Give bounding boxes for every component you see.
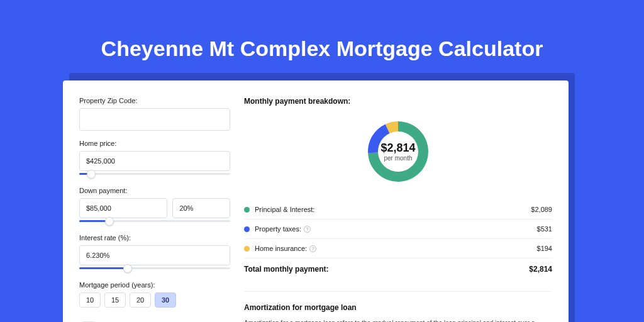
interest-rate-input[interactable] [79, 245, 230, 265]
down-payment-input[interactable] [79, 198, 167, 218]
slider-thumb[interactable] [123, 264, 132, 273]
legend-label: Principal & Interest: [255, 206, 531, 213]
legend-row-pi: Principal & Interest:$2,089 [244, 200, 552, 219]
calculator-card: Property Zip Code: Home price: Down paym… [63, 80, 569, 322]
donut-sublabel: per month [384, 155, 412, 162]
total-value: $2,814 [529, 265, 552, 274]
donut-center: $2,814 per month [360, 113, 436, 190]
zip-input[interactable] [79, 108, 230, 131]
slider-thumb[interactable] [105, 217, 114, 226]
info-icon[interactable]: ? [304, 226, 311, 233]
slider-thumb[interactable] [87, 170, 96, 179]
legend-value: $2,089 [531, 206, 552, 213]
period-option-20[interactable]: 20 [130, 292, 151, 308]
payment-legend: Principal & Interest:$2,089Property taxe… [244, 200, 552, 258]
down-payment-slider[interactable] [79, 218, 230, 225]
legend-dot [244, 207, 250, 213]
period-option-30[interactable]: 30 [155, 292, 176, 308]
legend-row-tax: Property taxes:?$531 [244, 219, 552, 239]
amortization-heading: Amortization for mortgage loan [244, 303, 552, 312]
legend-dot [244, 226, 250, 232]
period-option-15[interactable]: 15 [104, 292, 126, 308]
home-price-label: Home price: [79, 140, 230, 147]
amortization-body: Amortization for a mortgage loan refers … [244, 318, 552, 322]
page-title: Cheyenne Mt Complex Mortgage Calculator [0, 0, 644, 61]
legend-label: Property taxes:? [255, 225, 537, 233]
legend-dot [244, 246, 250, 252]
legend-label: Home insurance:? [255, 245, 537, 252]
mortgage-period-label: Mortgage period (years): [79, 281, 230, 289]
mortgage-period-group: 10152030 [79, 292, 230, 308]
home-price-input[interactable] [79, 151, 230, 171]
legend-row-ins: Home insurance:?$194 [244, 239, 552, 258]
amortization-section: Amortization for mortgage loan Amortizat… [244, 291, 552, 322]
legend-value: $194 [537, 245, 552, 252]
info-icon[interactable]: ? [309, 245, 316, 252]
payment-donut-chart: $2,814 per month [360, 113, 436, 190]
zip-label: Property Zip Code: [79, 97, 230, 104]
interest-rate-label: Interest rate (%): [79, 234, 230, 242]
donut-amount: $2,814 [380, 142, 415, 155]
inputs-panel: Property Zip Code: Home price: Down paym… [79, 97, 230, 322]
total-row: Total monthly payment: $2,814 [244, 258, 552, 274]
results-panel: Monthly payment breakdown: $2,814 per mo… [244, 97, 552, 322]
home-price-slider[interactable] [79, 170, 230, 178]
down-payment-pct-input[interactable] [172, 198, 230, 218]
interest-rate-slider[interactable] [79, 265, 230, 272]
period-option-10[interactable]: 10 [79, 292, 101, 308]
total-label: Total monthly payment: [244, 265, 529, 274]
down-payment-label: Down payment: [79, 187, 230, 194]
legend-value: $531 [537, 225, 552, 233]
breakdown-heading: Monthly payment breakdown: [244, 97, 552, 106]
